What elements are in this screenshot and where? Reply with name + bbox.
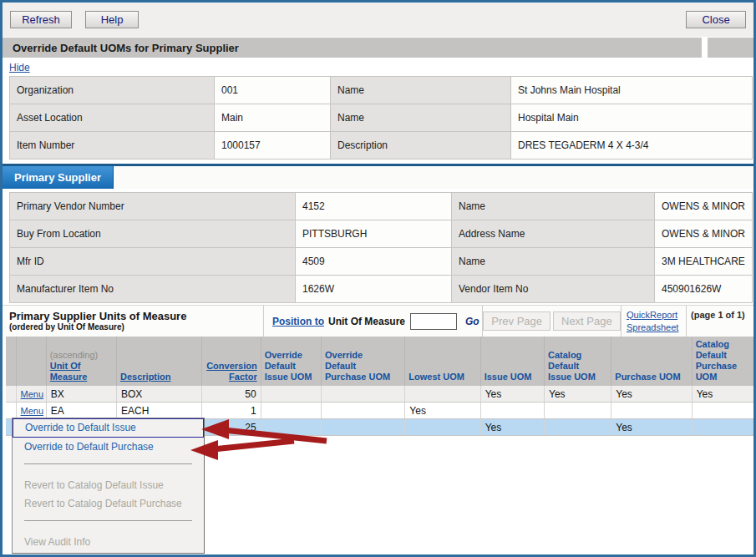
uom-section-title-area: Primary Supplier Units of Measure (order… xyxy=(3,306,263,337)
column-label-catalog_default_issue: Catalog Default Issue UOM xyxy=(548,350,596,382)
column-header-description[interactable]: Description xyxy=(117,337,202,386)
column-label-purchase_uom: Purchase UOM xyxy=(615,372,680,382)
cell-unit_of_measure: BX xyxy=(46,386,116,403)
column-header-conversion_factor[interactable]: Conversion Factor xyxy=(202,337,261,386)
supplier-info-field-value2: OWENS & MINOR xyxy=(655,220,753,248)
supplier-info-field-value2: OWENS & MINOR xyxy=(655,193,753,220)
item-info-row: Item Number1000157DescriptionDRES TEGADE… xyxy=(10,132,753,160)
red-arrow-purchase xyxy=(190,440,294,460)
position-to-input[interactable] xyxy=(410,313,457,330)
sort-direction-note: (ascending) xyxy=(50,350,113,361)
cell-override_default_issue xyxy=(261,386,321,403)
position-field-label: Unit Of Measure xyxy=(328,316,405,327)
menu-item-revert-to-catalog-default-purchase: Revert to Catalog Default Purchase xyxy=(13,494,204,513)
menu-item-revert-to-catalog-default-issue: Revert to Catalog Default Issue xyxy=(13,476,204,494)
column-header-catalog_default_purchase: Catalog Default Purchase UOM xyxy=(692,337,754,386)
quickreport-link[interactable]: QuickReport xyxy=(627,309,677,322)
supplier-info-row: Primary Vendor Number4152NameOWENS & MIN… xyxy=(10,193,753,220)
supplier-info-field-label1: Primary Vendor Number xyxy=(10,193,296,220)
column-header-issue_uom: Issue UOM xyxy=(480,337,544,386)
column-header-purchase_uom: Purchase UOM xyxy=(611,337,692,386)
cell-conversion_factor: 1 xyxy=(202,403,261,419)
context-menu: Override to Default IssueOverride to Def… xyxy=(12,418,205,554)
help-button[interactable]: Help xyxy=(85,11,139,28)
column-header-unit_of_measure[interactable]: (ascending)Unit Of Measure xyxy=(46,337,116,386)
titlebar-gap xyxy=(702,38,708,58)
tab-strip: Primary Supplier xyxy=(3,164,753,189)
row-menu-link[interactable]: Menu xyxy=(21,389,44,399)
cell-catalog_default_purchase: Yes xyxy=(692,386,754,403)
uom-section-title: Primary Supplier Units of Measure xyxy=(9,310,186,322)
item-info-field-value1: Main xyxy=(215,104,331,132)
cell-purchase_uom: Yes xyxy=(611,386,692,403)
menu-item-override-to-default-issue[interactable]: Override to Default Issue xyxy=(13,418,204,438)
page-info-area: (page 1 of 1) xyxy=(686,306,753,337)
report-links-area: QuickReport Spreadsheet xyxy=(621,306,686,337)
column-label-issue_uom: Issue UOM xyxy=(485,372,532,382)
supplier-info-row: Manufacturer Item No1626WVendor Item No4… xyxy=(10,276,753,303)
cell-lowest_uom: Yes xyxy=(405,403,480,419)
page-info: (page 1 of 1) xyxy=(691,310,745,320)
cell-override_default_purchase xyxy=(321,419,404,436)
cell-description: EACH xyxy=(117,403,202,419)
hide-link[interactable]: Hide xyxy=(9,62,30,73)
refresh-button[interactable]: Refresh xyxy=(10,11,72,28)
cell-lowest_uom xyxy=(405,386,480,403)
column-header-catalog_default_issue: Catalog Default Issue UOM xyxy=(544,337,611,386)
tab-primary-supplier[interactable]: Primary Supplier xyxy=(3,166,114,189)
cell-catalog_default_issue xyxy=(544,419,611,436)
supplier-info-field-label1: Buy From Location xyxy=(10,220,296,248)
titlebar-end-block xyxy=(708,38,753,58)
column-label-catalog_default_purchase: Catalog Default Purchase UOM xyxy=(696,339,738,382)
supplier-info-field-value2: 450901626W xyxy=(655,276,753,303)
cell-override_default_issue xyxy=(261,419,321,436)
menu-item-view-audit-info: View Audit Info xyxy=(13,533,204,551)
item-info-field-label1: Asset Location xyxy=(10,104,215,132)
column-header-override_default_issue: Override Default Issue UOM xyxy=(261,337,321,386)
sort-link-description[interactable]: Description xyxy=(120,372,171,382)
supplier-info-field-label1: Manufacturer Item No xyxy=(10,276,296,303)
top-toolbar: Refresh Help Close xyxy=(3,3,753,37)
sort-link-unit_of_measure[interactable]: Unit Of Measure xyxy=(50,361,88,382)
cell-issue_uom xyxy=(480,403,544,419)
column-header-override_default_purchase: Override Default Purchase UOM xyxy=(321,337,404,386)
go-link[interactable]: Go xyxy=(465,316,479,327)
column-header-lowest_uom: Lowest UOM xyxy=(405,337,480,386)
uom-table-row-bx: MenuBXBOX50YesYesYesYes xyxy=(6,386,755,403)
row-menu-cell: Menu xyxy=(16,386,46,403)
cell-purchase_uom xyxy=(611,403,692,419)
supplier-info-field-label2: Address Name xyxy=(452,220,655,248)
column-label-override_default_purchase: Override Default Purchase UOM xyxy=(325,350,390,382)
spreadsheet-link[interactable]: Spreadsheet xyxy=(627,322,678,334)
uom-table-row-ea: MenuEAEACH1Yes xyxy=(6,403,755,419)
cell-catalog_default_purchase xyxy=(692,419,754,436)
cell-description: BOX xyxy=(117,386,202,403)
uom-section-subtitle: (ordered by Unit Of Measure) xyxy=(9,322,124,332)
position-to-link[interactable]: Position to xyxy=(272,316,324,327)
supplier-info-table: Primary Vendor Number4152NameOWENS & MIN… xyxy=(9,192,753,303)
item-info-field-label1: Item Number xyxy=(10,132,215,160)
sort-link-conversion_factor[interactable]: Conversion Factor xyxy=(206,361,257,382)
item-info-field-label2: Name xyxy=(331,104,511,132)
supplier-info-field-label1: Mfr ID xyxy=(10,248,296,276)
cell-override_default_purchase xyxy=(321,386,404,403)
cell-purchase_uom: Yes xyxy=(611,419,692,436)
close-button[interactable]: Close xyxy=(686,11,746,28)
next-page-button[interactable]: Next Page xyxy=(553,311,621,331)
menu-item-override-to-default-purchase[interactable]: Override to Default Purchase xyxy=(13,438,204,456)
supplier-info-field-value2: 3M HEALTHCARE xyxy=(655,248,753,276)
cell-unit_of_measure: EA xyxy=(46,403,116,419)
row-menu-link[interactable]: Menu xyxy=(21,406,44,416)
cell-catalog_default_purchase xyxy=(692,403,754,419)
column-header-spacer xyxy=(6,337,16,386)
column-header-menu xyxy=(16,337,46,386)
menu-separator xyxy=(24,520,192,521)
cell-conversion_factor: 50 xyxy=(202,386,261,403)
page-title: Override Default UOMs for Primary Suppli… xyxy=(13,42,239,54)
cell-catalog_default_issue: Yes xyxy=(544,386,611,403)
supplier-info-row: Buy From LocationPITTSBURGHAddress NameO… xyxy=(10,220,753,248)
position-to-area: Position to Unit Of Measure Go xyxy=(263,306,482,337)
column-label-override_default_issue: Override Default Issue UOM xyxy=(265,350,312,382)
prev-page-button[interactable]: Prev Page xyxy=(483,311,551,331)
supplier-info-field-value1: PITTSBURGH xyxy=(296,220,452,248)
